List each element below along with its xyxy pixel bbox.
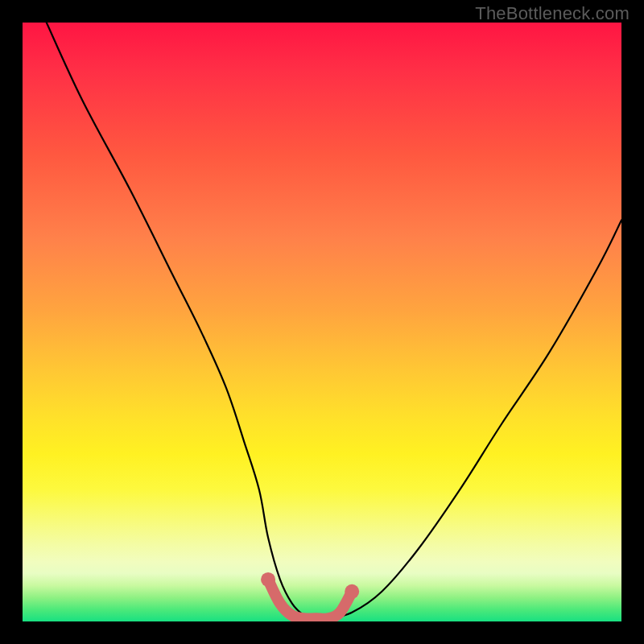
chart-plot-area — [23, 23, 621, 621]
bottleneck-curve-path — [47, 23, 621, 619]
optimal-zone-path — [261, 572, 359, 619]
chart-svg — [23, 23, 621, 621]
svg-point-0 — [261, 572, 275, 587]
watermark-text: TheBottleneck.com — [475, 3, 630, 24]
svg-point-1 — [345, 584, 359, 599]
chart-frame: TheBottleneck.com — [0, 0, 644, 644]
